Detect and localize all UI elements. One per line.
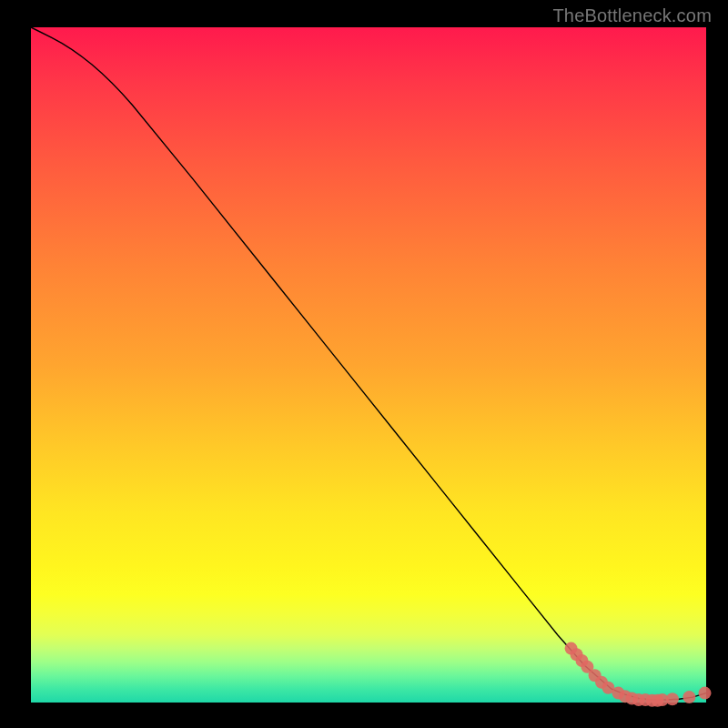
chart-marker — [699, 687, 712, 700]
chart-markers — [565, 642, 712, 707]
chart-svg — [31, 27, 706, 703]
chart-marker — [666, 693, 679, 705]
chart-line — [31, 27, 706, 700]
chart-marker — [682, 691, 695, 703]
chart-plot-area — [31, 27, 706, 703]
attribution-text: TheBottleneck.com — [552, 5, 712, 26]
